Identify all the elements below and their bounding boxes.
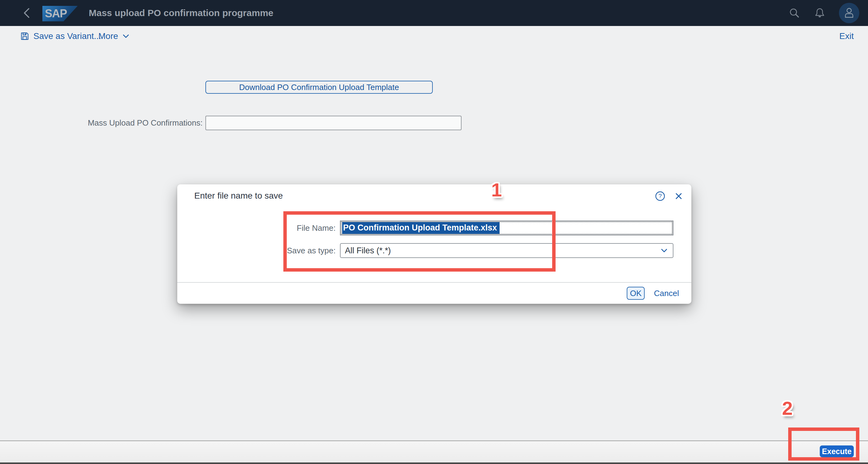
shell-actions: [788, 0, 859, 26]
sap-logo-text: SAP: [42, 6, 67, 21]
search-button[interactable]: [788, 7, 801, 19]
download-template-button[interactable]: Download PO Confirmation Upload Template: [206, 81, 433, 94]
save-as-type-select[interactable]: All Files (*.*): [340, 243, 674, 258]
save-icon: [20, 31, 30, 41]
user-avatar-button[interactable]: [839, 3, 859, 23]
ok-button[interactable]: OK: [627, 287, 645, 300]
save-as-type-value: All Files (*.*): [345, 246, 391, 255]
footer-bar: [0, 440, 868, 462]
shell-bar: SAP Mass upload PO confirmation programm…: [0, 0, 868, 26]
back-button[interactable]: [21, 7, 33, 19]
mass-upload-input[interactable]: [206, 116, 462, 130]
page-title: Mass upload PO confirmation programme: [89, 0, 274, 26]
close-icon: [675, 192, 683, 200]
sap-logo[interactable]: SAP: [42, 6, 78, 21]
help-icon: ?: [655, 191, 665, 202]
dialog-title: Enter file name to save: [194, 184, 283, 207]
exit-button[interactable]: Exit: [839, 26, 854, 47]
more-label: More: [98, 31, 118, 41]
chevron-down-icon: [122, 32, 130, 40]
more-button[interactable]: More: [98, 26, 130, 47]
person-icon: [843, 7, 855, 19]
file-name-input[interactable]: PO Confirmation Upload Template.xlsx: [340, 221, 674, 236]
bottom-edge-line: [0, 462, 868, 464]
file-name-label: File Name:: [227, 221, 336, 236]
dialog-footer: OK Cancel: [177, 282, 691, 304]
close-button[interactable]: [674, 191, 684, 202]
cancel-button[interactable]: Cancel: [654, 288, 679, 298]
save-as-variant-button[interactable]: Save as Variant...: [20, 26, 101, 47]
back-chevron-icon: [23, 7, 31, 19]
notifications-button[interactable]: [813, 7, 826, 19]
save-file-dialog: Enter file name to save ? File Name: PO …: [177, 184, 691, 304]
exit-label: Exit: [839, 31, 854, 41]
app-screen: SAP Mass upload PO confirmation programm…: [0, 0, 868, 464]
chevron-down-icon: [660, 246, 669, 255]
file-name-selected-text: PO Confirmation Upload Template.xlsx: [342, 222, 500, 234]
save-as-type-label: Save as type:: [227, 243, 336, 258]
search-icon: [788, 7, 800, 19]
execute-button[interactable]: Execute: [820, 445, 854, 457]
save-as-variant-label: Save as Variant...: [33, 31, 101, 41]
action-toolbar: Save as Variant... More Exit: [0, 26, 868, 47]
help-button[interactable]: ?: [655, 191, 665, 202]
bell-icon: [813, 7, 826, 19]
annotation-number-2: 2: [782, 397, 793, 419]
mass-upload-label: Mass Upload PO Confirmations:: [78, 116, 203, 130]
svg-text:?: ?: [658, 193, 662, 199]
